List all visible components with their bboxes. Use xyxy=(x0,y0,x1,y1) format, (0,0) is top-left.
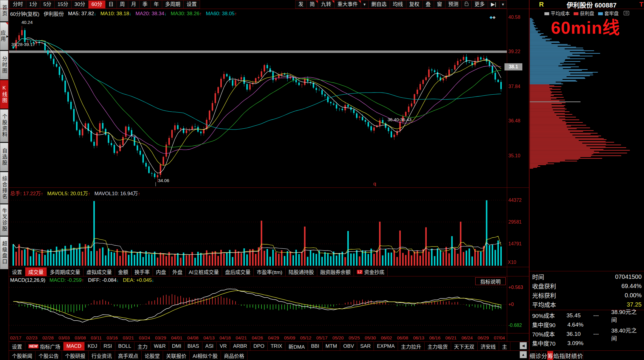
period-button-15分[interactable]: 15分 xyxy=(55,0,72,9)
right-tab-诊[interactable]: 诊 xyxy=(535,351,541,360)
sidebar-item-个股资料[interactable]: 个股资料 xyxy=(0,109,8,142)
toolbar-button-九转[interactable]: 九转 xyxy=(318,0,335,9)
toolbar-button-重大事件[interactable]: 重大事件 xyxy=(335,0,361,9)
news-tab-高手观点[interactable]: 高手观点 xyxy=(115,351,142,360)
volume-tab-陆股通持股[interactable]: 陆股通持股 xyxy=(286,267,317,276)
volume-tab-设置[interactable]: 设置 xyxy=(9,267,25,276)
sidebar-item-自选股[interactable]: 自选股 xyxy=(0,143,8,171)
volume-tab-AI立桩成交量[interactable]: AI立桩成交量 xyxy=(186,267,222,276)
jump-latest-icon[interactable]: ▶| xyxy=(488,0,500,9)
period-button-多周期[interactable]: 多周期 xyxy=(162,0,184,9)
news-tab-个股公告[interactable]: 个股公告 xyxy=(35,351,62,360)
right-tab-分[interactable]: 分 xyxy=(541,351,547,360)
toolbar-button-窗[interactable]: 窗 xyxy=(434,0,445,9)
sidebar-item-分时图[interactable]: 分时图 xyxy=(0,51,8,79)
toolbar-button-预测[interactable]: 预测 xyxy=(445,0,462,9)
indicator-tab-主力[interactable]: 主力 xyxy=(134,342,151,350)
indicator-tab-DPO[interactable]: DPO xyxy=(250,342,268,350)
chip-distribution-chart[interactable] xyxy=(530,17,644,186)
indicator-tab-BOLL[interactable]: BOLL xyxy=(115,342,134,350)
sidebar-item-超级盘口[interactable]: 超级盘口 xyxy=(0,236,8,269)
sidebar-item-应用[interactable]: ▶|应用 xyxy=(0,22,8,50)
right-tab-绩[interactable]: 绩 xyxy=(571,351,577,360)
toolbar-button-发[interactable]: 发 xyxy=(295,0,307,9)
toolbar-button-▼[interactable]: ▼ xyxy=(499,0,507,9)
volume-tab-市盈率(ttm)[interactable]: 市盈率(ttm) xyxy=(254,267,286,276)
indicator-tab-MACD[interactable]: MACD xyxy=(64,342,85,350)
right-tab-价[interactable]: 价 xyxy=(577,351,583,360)
indicator-tab-W&R[interactable]: W&R xyxy=(151,342,169,350)
unlock-icon[interactable] xyxy=(462,0,472,9)
indicator-tab-BIAS[interactable]: BIAS xyxy=(185,342,202,350)
indicator-tab-EXPMA[interactable]: EXPMA xyxy=(374,342,398,350)
volume-tab-外盘[interactable]: 外盘 xyxy=(169,267,186,276)
news-tab-论股堂[interactable]: 论股堂 xyxy=(142,351,163,360)
news-tab-个股研报[interactable]: 个股研报 xyxy=(62,351,89,360)
sidebar-item-综合排名[interactable]: 综合排名 xyxy=(0,172,8,204)
indicator-tab-RSI[interactable]: RSI xyxy=(100,342,115,350)
indicator-tab-SAR[interactable]: SAR xyxy=(357,342,374,350)
volume-tab-多周期成交量[interactable]: 多周期成交量 xyxy=(47,267,83,276)
indicator-help-button[interactable]: 指标说明 xyxy=(475,277,506,285)
macd-chart[interactable] xyxy=(9,285,507,333)
collapse-button[interactable]: ▲ xyxy=(520,351,527,358)
indicator-tab-DMI[interactable]: DMI xyxy=(169,342,185,350)
toolbar-button-更多[interactable]: 更多 xyxy=(472,0,488,9)
period-button-周[interactable]: 周 xyxy=(117,0,128,9)
indicator-tab-指标广场[interactable]: NEW指标广场 xyxy=(25,342,64,350)
volume-tab-资金抄底[interactable]: L2资金抄底 xyxy=(354,267,388,276)
toolbar-button-删自选[interactable]: 删自选 xyxy=(369,0,390,9)
period-button-月[interactable]: 月 xyxy=(128,0,140,9)
period-button-设置[interactable]: 设置 xyxy=(184,0,200,9)
sidebar-item-首页[interactable]: 首页 xyxy=(0,0,8,21)
sidebar-item-牛叉诊股[interactable]: 牛叉诊股 xyxy=(0,204,8,236)
indicator-tab-新DMA[interactable]: 新DMA xyxy=(285,342,308,350)
period-button-日[interactable]: 日 xyxy=(106,0,117,9)
volume-tab-成交量[interactable]: 成交量 xyxy=(25,267,47,276)
indicator-tab-主力拉升[interactable]: 主力拉升 xyxy=(398,342,425,350)
toolbar-button-叠[interactable]: 叠 xyxy=(423,0,434,9)
period-button-5分[interactable]: 5分 xyxy=(40,0,54,9)
volume-tab-虚拟成交量[interactable]: 虚拟成交量 xyxy=(83,267,115,276)
indicator-tab-ASI[interactable]: ASI xyxy=(202,342,217,350)
news-tab-关联报价[interactable]: 关联报价 xyxy=(163,351,190,360)
toolbar-button-均线[interactable]: 均线 xyxy=(390,0,406,9)
period-button-1分[interactable]: 1分 xyxy=(26,0,40,9)
news-tab-AI相似个股[interactable]: AI相似个股 xyxy=(190,351,221,360)
indicator-tab-主[interactable]: 主 xyxy=(499,342,510,350)
news-tab-商品价格[interactable]: 商品价格 xyxy=(221,351,247,360)
news-tab-个股新闻[interactable]: 个股新闻 xyxy=(9,351,35,360)
indicator-tab-TRIX[interactable]: TRIX xyxy=(268,342,286,350)
period-button-季[interactable]: 季 xyxy=(140,0,151,9)
indicator-tab-济安线[interactable]: 济安线 xyxy=(478,342,499,350)
sidebar-item-K线图[interactable]: K线图 xyxy=(0,80,8,109)
right-tab-财[interactable]: 财 xyxy=(565,351,571,360)
indicator-tab-VR[interactable]: VR xyxy=(217,342,230,350)
period-button-分时[interactable]: 分时 xyxy=(10,0,26,9)
toolbar-button-▼[interactable]: ▼ xyxy=(361,0,369,9)
indicator-tab-KDJ[interactable]: KDJ xyxy=(85,342,100,350)
right-tab-细[interactable]: 细 xyxy=(530,351,535,360)
indicator-tab-BBI[interactable]: BBI xyxy=(308,342,322,350)
volume-tab-换手率[interactable]: 换手率 xyxy=(131,267,153,276)
volume-chart[interactable] xyxy=(9,197,507,267)
toolbar-button-简[interactable]: 简 xyxy=(307,0,318,9)
indicator-tab-主力吸货[interactable]: 主力吸货 xyxy=(425,342,451,350)
volume-tab-内盘[interactable]: 内盘 xyxy=(153,267,169,276)
toolbar-button-复权[interactable]: 复权 xyxy=(406,0,423,9)
period-button-年[interactable]: 年 xyxy=(151,0,162,9)
indicator-tab-ARBR[interactable]: ARBR xyxy=(230,342,250,350)
right-tab-焰[interactable]: 焰 xyxy=(553,351,559,360)
volume-tab-盘后成交量[interactable]: 盘后成交量 xyxy=(222,267,254,276)
news-tab-行业资讯[interactable]: 行业资讯 xyxy=(89,351,115,360)
snapshot-icon[interactable] xyxy=(624,11,629,15)
indicator-tab-MTM[interactable]: MTM xyxy=(323,342,340,350)
period-button-30分[interactable]: 30分 xyxy=(72,0,89,9)
scroll-left-button[interactable]: ◀ xyxy=(520,342,527,349)
volume-tab-融资融券余额[interactable]: 融资融券余额 xyxy=(317,267,354,276)
period-button-60分[interactable]: 60分 xyxy=(89,0,106,9)
right-tab-筹[interactable]: 筹 xyxy=(547,351,553,360)
volume-tab-金额[interactable]: 金额 xyxy=(115,267,131,276)
right-tab-指[interactable]: 指 xyxy=(559,351,565,360)
indicator-tab-设置[interactable]: 设置 xyxy=(9,342,25,350)
